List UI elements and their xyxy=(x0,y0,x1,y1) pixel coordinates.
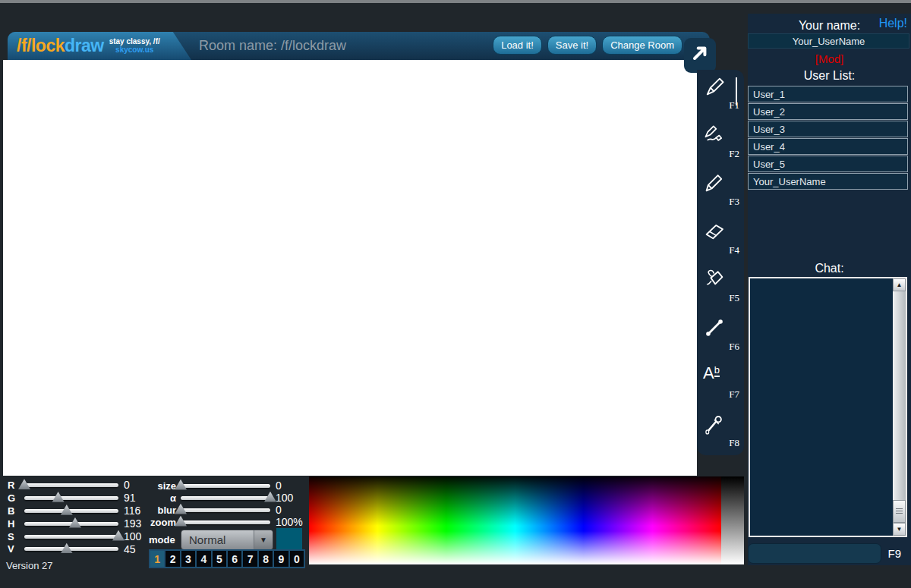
tool-key-label: F5 xyxy=(729,292,739,304)
slider-thumb[interactable] xyxy=(175,516,187,527)
slider-thumb[interactable] xyxy=(175,504,187,514)
save-button[interactable]: Save it! xyxy=(547,36,597,55)
chat-scrollbar[interactable]: ▲ ▼ xyxy=(893,278,906,536)
line-icon xyxy=(703,316,726,339)
slider-thumb[interactable] xyxy=(175,480,187,490)
hue-gradient[interactable] xyxy=(309,476,721,564)
logo-site-link[interactable]: skycow.us xyxy=(109,46,160,54)
slider-row-S: S100 xyxy=(8,530,144,543)
tool-f2[interactable]: F2 xyxy=(697,118,744,167)
popout-button[interactable] xyxy=(684,38,716,73)
slider-track[interactable] xyxy=(24,522,118,526)
slider-row-B: B116 xyxy=(8,505,144,517)
slider-track[interactable] xyxy=(24,496,118,500)
slider-track[interactable] xyxy=(181,520,270,524)
load-button[interactable]: Load it! xyxy=(493,36,542,55)
color-channel-sliders: R0G91B116H193S100V45 xyxy=(8,479,144,555)
scrollbar-grip-icon xyxy=(896,508,903,514)
slider-thumb[interactable] xyxy=(61,505,73,515)
slider-thumb[interactable] xyxy=(264,492,276,502)
scrollbar-thumb[interactable] xyxy=(893,500,906,523)
scroll-up-button[interactable]: ▲ xyxy=(893,278,906,291)
logo-text-draw: draw xyxy=(65,36,104,55)
logo-tagline: stay classy, /f/ skycow.us xyxy=(109,37,160,54)
palette-slot-8[interactable]: 8 xyxy=(259,551,273,567)
slider-thumb[interactable] xyxy=(52,492,65,502)
expand-arrow-icon xyxy=(689,42,711,64)
user-list-item[interactable]: User_5 xyxy=(748,156,908,172)
change-room-button[interactable]: Change Room xyxy=(602,36,682,55)
slider-row-V: V45 xyxy=(8,542,144,555)
palette-slot-7[interactable]: 7 xyxy=(243,551,257,567)
slider-thumb[interactable] xyxy=(69,517,81,528)
marker-icon xyxy=(703,75,726,98)
logo[interactable]: /f/lockdraw stay classy, /f/ skycow.us xyxy=(8,32,191,60)
slider-value: 0 xyxy=(276,480,282,492)
current-color-swatch[interactable] xyxy=(276,528,302,549)
logo-text-flock: /f/lock xyxy=(17,36,65,55)
slider-label: H xyxy=(8,518,23,530)
drawing-canvas[interactable] xyxy=(3,60,697,476)
user-list-item[interactable]: User_3 xyxy=(748,121,908,137)
slider-track[interactable] xyxy=(24,483,118,487)
user-list-label: User List: xyxy=(748,69,911,83)
slider-label: S xyxy=(8,531,23,542)
pencil-icon xyxy=(703,171,726,194)
slider-row-G: G91 xyxy=(8,492,144,505)
logo-text: /f/lockdraw xyxy=(17,32,104,60)
palette-slot-2[interactable]: 2 xyxy=(165,551,179,567)
palette-slot-1[interactable]: 1 xyxy=(150,551,164,567)
tool-key-label: F6 xyxy=(729,341,739,353)
tool-f5[interactable]: F5 xyxy=(697,263,744,311)
scroll-down-button[interactable]: ▼ xyxy=(893,523,906,536)
chat-hotkey-label: F9 xyxy=(887,547,901,560)
palette-slot-5[interactable]: 5 xyxy=(213,551,226,567)
eyedropper-icon xyxy=(703,413,726,435)
chat-input[interactable] xyxy=(748,543,881,564)
active-tool-indicator xyxy=(736,77,737,105)
slider-track[interactable] xyxy=(181,484,270,488)
help-link[interactable]: Help! xyxy=(879,17,907,30)
palette-slot-0[interactable]: 0 xyxy=(290,551,304,567)
palette-slot-3[interactable]: 3 xyxy=(181,551,195,567)
mode-dropdown[interactable]: Normal ▼ xyxy=(181,530,273,550)
tool-key-label: F4 xyxy=(729,244,739,256)
tool-key-label: F7 xyxy=(729,388,739,401)
slider-row-size: size0 xyxy=(146,480,307,492)
slider-track[interactable] xyxy=(24,535,118,539)
user-list-item[interactable]: User_1 xyxy=(748,86,908,102)
slider-label: size xyxy=(146,480,176,492)
sketch-pen-icon xyxy=(703,124,726,146)
user-list-item[interactable]: Your_UserName xyxy=(748,173,908,190)
palette-slot-9[interactable]: 9 xyxy=(274,551,288,567)
fill-bucket-icon xyxy=(703,268,726,291)
tool-f3[interactable]: F3 xyxy=(697,166,744,215)
tool-f7[interactable]: AbF7 xyxy=(697,359,744,407)
palette-slot-4[interactable]: 4 xyxy=(197,551,210,567)
chat-messages[interactable]: ▲ ▼ xyxy=(749,277,907,537)
slider-value: 116 xyxy=(124,505,140,517)
username-input[interactable]: Your_UserName xyxy=(748,33,909,49)
tool-key-label: F1 xyxy=(729,99,739,112)
tool-f4[interactable]: F4 xyxy=(697,215,744,263)
slider-track[interactable] xyxy=(181,496,270,500)
header-bar: /f/lockdraw stay classy, /f/ skycow.us R… xyxy=(8,32,710,60)
slider-label: α xyxy=(146,492,176,504)
version-label: Version 27 xyxy=(6,560,52,571)
slider-thumb[interactable] xyxy=(61,542,73,553)
user-list-item[interactable]: User_2 xyxy=(748,103,908,120)
slider-label: zoom xyxy=(146,517,176,528)
slider-track[interactable] xyxy=(24,547,118,551)
slider-thumb[interactable] xyxy=(112,530,125,541)
scrollbar-track[interactable] xyxy=(893,291,906,523)
mod-badge: [Mod] xyxy=(748,52,911,65)
slider-label: blur xyxy=(146,505,176,516)
color-spectrum-picker[interactable] xyxy=(309,476,744,564)
palette-slot-6[interactable]: 6 xyxy=(228,551,241,567)
grayscale-gradient[interactable] xyxy=(721,476,744,564)
slider-track[interactable] xyxy=(181,508,270,512)
tool-f8[interactable]: F8 xyxy=(697,407,744,456)
user-list-item[interactable]: User_4 xyxy=(748,138,908,155)
slider-track[interactable] xyxy=(24,509,118,513)
tool-f6[interactable]: F6 xyxy=(697,311,744,360)
